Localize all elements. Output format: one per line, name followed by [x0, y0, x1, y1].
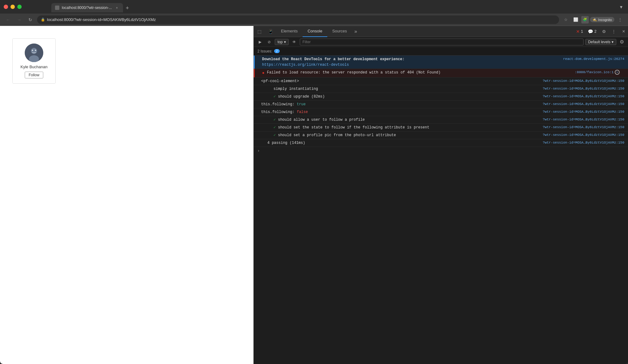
tab-strip-more-button[interactable]: ▾ [618, 4, 624, 10]
address-bar[interactable]: 🔒 localhost:8000/?wtr-session-id=MOSAKWB… [37, 15, 559, 24]
following-false-value: false [297, 110, 308, 114]
console-line-404-error: ● Failed to load resource: the server re… [254, 69, 628, 77]
tab-console[interactable]: Console [303, 26, 327, 37]
instantiating-content: simply instantiating [261, 86, 540, 92]
profile-pic-content: ✓ should set a profile pic from the phot… [261, 132, 540, 138]
allow-follow-content: ✓ should allow a user to follow a profil… [261, 117, 540, 123]
maximize-traffic-light[interactable] [17, 5, 22, 9]
svg-point-1 [31, 48, 37, 54]
issues-bar: 2 Issues: 2 [254, 47, 628, 56]
context-selector[interactable]: top ▾ [275, 39, 289, 45]
inspect-element-button[interactable]: ⬚ [255, 27, 264, 36]
devtools-more-tabs-button[interactable]: » [352, 29, 360, 34]
devtools-settings-button[interactable]: ⚙ [600, 27, 608, 36]
close-traffic-light[interactable] [4, 5, 8, 9]
devtools-more-options-button[interactable]: ⋮ [609, 27, 618, 36]
new-tab-button[interactable]: + [123, 4, 132, 12]
devtools-close-button[interactable]: × [619, 27, 628, 36]
issues-badge: 2 [274, 49, 280, 53]
console-eye-button[interactable]: 👁 [291, 38, 298, 46]
following-false-text: this.following: false [261, 110, 308, 114]
error-count-badge[interactable]: ✕ 1 [574, 29, 585, 34]
error-source-link[interactable]: :8000/favicon.ico:1 ↻ [575, 70, 624, 75]
webpage: Kyle Buchanan Follow [0, 26, 253, 364]
message-count-badge[interactable]: 💬 2 [586, 29, 598, 34]
address-text: localhost:8000/?wtr-session-id=MOSAKWBy6… [47, 17, 156, 22]
passing-text: 4 passing (141ms) [267, 141, 305, 145]
pf-element-source-link[interactable]: ?wtr-session-id=MOSA…By6LdztV1OjAXMz:150 [543, 78, 624, 84]
devtools-tabs: ⬚ 📱 Elements Console Sources » ✕ 1 [254, 26, 628, 37]
forward-button[interactable]: → [15, 15, 23, 24]
instantiating-text: simply instantiating [274, 87, 318, 91]
console-filter-input[interactable] [300, 39, 583, 45]
bookmark-button[interactable]: ☆ [562, 15, 570, 24]
devtools-panel: ⬚ 📱 Elements Console Sources » ✕ 1 [253, 26, 628, 364]
issues-count-text: 2 Issues: [257, 49, 272, 53]
profile-card: Kyle Buchanan Follow [12, 38, 56, 84]
svg-point-3 [32, 50, 33, 51]
check-icon-upgrade: ✓ [274, 94, 276, 99]
console-line-profile-pic: ✓ should set a profile pic from the phot… [254, 132, 628, 139]
passing-content: 4 passing (141ms) [261, 140, 540, 146]
context-selector-chevron: ▾ [284, 40, 286, 44]
console-line-allow-follow: ✓ should allow a user to follow a profil… [254, 116, 628, 124]
error-circle-icon: ● [262, 70, 265, 76]
device-emulation-button[interactable]: 📱 [266, 27, 275, 36]
instantiating-source-link[interactable]: ?wtr-session-id=MOSA…By6LdztV1OjAXMz:150 [543, 86, 624, 91]
tab-bar: localhost:8000/?wtr-session-... × + [27, 1, 616, 12]
console-ban-button[interactable]: ⊘ [265, 38, 273, 46]
pf-element-text: <pf-cool-element> [261, 79, 299, 83]
forward-icon: → [17, 17, 21, 22]
react-devtools-link[interactable]: https://reactjs.org/link/react-devtools [262, 63, 349, 67]
avatar [25, 44, 43, 62]
react-devtools-text: Download the React DevTools for a better… [262, 57, 405, 67]
upgrade-text: ✓ should upgrade (82ms) [274, 94, 325, 99]
console-settings-button[interactable]: ⚙ [618, 38, 626, 46]
prompt-symbol: › [257, 149, 260, 153]
tab-elements[interactable]: Elements [276, 26, 303, 37]
check-icon-state: ✓ [274, 125, 276, 130]
lock-icon: 🔒 [41, 18, 45, 22]
allow-follow-text: ✓ should allow a user to follow a profil… [274, 118, 365, 122]
following-true-content: this.following: true [261, 102, 540, 107]
minimize-traffic-light[interactable] [11, 5, 15, 9]
console-line-instantiating: simply instantiating ?wtr-session-id=MOS… [254, 85, 628, 93]
screenshot-button[interactable]: ⬜ [571, 15, 580, 24]
nav-bar: ← → ↻ 🔒 localhost:8000/?wtr-session-id=M… [0, 14, 628, 26]
reload-button[interactable]: ↻ [26, 15, 35, 24]
webpage-content: Kyle Buchanan Follow [0, 26, 253, 96]
console-line-react-devtools: Download the React DevTools for a better… [254, 56, 628, 69]
tab-close-button[interactable]: × [114, 5, 119, 10]
upgrade-source-link[interactable]: ?wtr-session-id=MOSA…By6LdztV1OjAXMz:150 [543, 94, 624, 99]
reload-icon: ↻ [28, 17, 32, 22]
active-tab[interactable]: localhost:8000/?wtr-session-... × [51, 3, 123, 12]
profile-pic-source-link[interactable]: ?wtr-session-id=MOSA…By6LdztV1OjAXMz:150 [543, 132, 624, 138]
allow-follow-source-link[interactable]: ?wtr-session-id=MOSA…By6LdztV1OjAXMz:150 [543, 117, 624, 122]
incognito-badge: 🕵️ Incognito [590, 17, 614, 22]
error-icon: ✕ [576, 29, 580, 34]
check-icon-follow: ✓ [274, 118, 276, 122]
console-line-passing: 4 passing (141ms) ?wtr-session-id=MOSA…B… [254, 139, 628, 147]
console-output: Download the React DevTools for a better… [254, 56, 628, 364]
more-options-button[interactable]: ⋮ [616, 15, 624, 24]
nav-actions: ☆ ⬜ 🧩 🕵️ Incognito ⋮ [562, 15, 624, 24]
tab-title: localhost:8000/?wtr-session-... [62, 6, 112, 10]
default-levels-dropdown[interactable]: Default levels ▾ [585, 39, 616, 45]
set-state-source-link[interactable]: ?wtr-session-id=MOSA…By6LdztV1OjAXMz:150 [543, 125, 624, 130]
passing-source-link[interactable]: ?wtr-session-id=MOSA…By6LdztV1OjAXMz:150 [543, 140, 624, 145]
reload-error-icon[interactable]: ↻ [615, 70, 620, 75]
incognito-icon: 🕵️ [592, 18, 597, 22]
profile-pic-text: ✓ should set a profile pic from the phot… [274, 133, 396, 137]
console-clear-button[interactable]: ▶ [256, 38, 264, 46]
back-button[interactable]: ← [4, 15, 12, 24]
extensions-button[interactable]: 🧩 [581, 16, 589, 23]
follow-button[interactable]: Follow [25, 72, 44, 78]
following-false-source-link[interactable]: ?wtr-session-id=MOSA…By6LdztV1OjAXMz:150 [543, 109, 624, 115]
following-true-source-link[interactable]: ?wtr-session-id=MOSA…By6LdztV1OjAXMz:150 [543, 102, 624, 107]
tab-sources[interactable]: Sources [327, 26, 352, 37]
message-icon: 💬 [588, 29, 593, 34]
avatar-image [25, 44, 43, 62]
check-icon-pic: ✓ [274, 133, 276, 137]
react-devtools-source-link[interactable]: react-dom.development.js:26274 [563, 56, 624, 62]
console-line-following-true: this.following: true ?wtr-session-id=MOS… [254, 101, 628, 108]
